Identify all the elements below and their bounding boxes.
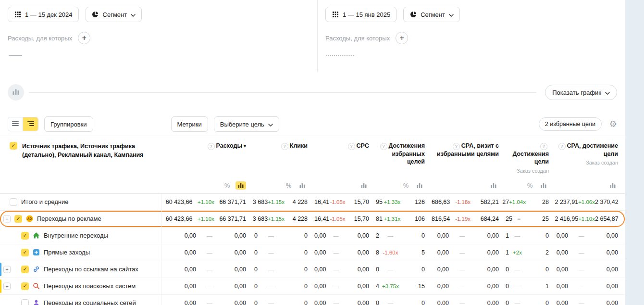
column-header-1[interactable]: ?Расходы ▾ <box>161 136 253 174</box>
percent-toggle[interactable]: % <box>224 182 230 189</box>
row-checkbox[interactable]: ✓ <box>21 249 29 256</box>
metric-cell: 0,00—0,00 <box>432 249 506 256</box>
tree-view-button[interactable] <box>23 117 38 131</box>
metric-cell: 0,00—0,00 <box>556 300 625 305</box>
percent-toggle[interactable]: % <box>527 182 533 189</box>
metric-cell: 0,00—0,00 <box>161 266 253 273</box>
select-all-checkbox[interactable]: ✓ <box>10 142 17 150</box>
change-badge: — <box>326 300 346 305</box>
calendar-grid-icon <box>14 11 21 18</box>
show-chart-button[interactable]: Показать график <box>545 85 617 100</box>
expand-button[interactable]: + <box>3 266 11 273</box>
bar-chart-toggle[interactable] <box>538 181 549 190</box>
metric-cell: 0,00—0,00 <box>314 249 376 256</box>
value-period-a: 0 <box>253 266 258 273</box>
metric-cell: 16,41-1.05x15,70 <box>314 199 376 205</box>
metric-cell: 1+2x2 <box>506 249 556 256</box>
column-header-3[interactable]: ?CPC <box>314 136 376 174</box>
gear-icon[interactable]: ⚙ <box>609 120 617 128</box>
hint-icon: ? <box>453 143 460 150</box>
expand-button[interactable]: + <box>3 215 11 222</box>
row-label[interactable]: Переходы по рекламе <box>37 215 101 222</box>
column-header-6[interactable]: ?Достижения целиЗаказ создан <box>506 136 556 174</box>
value-period-a: 0 <box>506 300 509 305</box>
column-header-2[interactable]: ?Клики <box>253 136 314 174</box>
change-badge: — <box>326 233 346 239</box>
value-period-b: 0 <box>285 249 308 256</box>
column-subtitle: Заказ создан <box>556 159 618 166</box>
segment-button-a[interactable]: Сегмент <box>86 7 142 22</box>
metric-cell: 0—0 <box>253 249 314 256</box>
goal-select-label: Выберите цель <box>220 121 264 128</box>
value-period-b: 0,00 <box>476 232 499 239</box>
row-label[interactable]: Внутренние переходы <box>44 232 108 239</box>
bar-chart-toggle[interactable] <box>488 181 499 190</box>
value-period-b: 15 <box>402 283 425 290</box>
social-icon <box>33 299 40 305</box>
value-period-b: 0,00 <box>476 249 499 256</box>
metric-cell: 816,54-1.19x684,24 <box>432 216 506 222</box>
bar-chart-toggle[interactable] <box>414 181 425 190</box>
value-period-a: 0 <box>376 300 379 305</box>
segment-button-b[interactable]: Сегмент <box>403 7 460 22</box>
change-badge: -1.05x <box>329 199 346 205</box>
table-row: ✓Прямые заходы0,00—0,000—00,00—0,008-1.6… <box>0 244 625 261</box>
metric-cell: 0,00—0,00 <box>432 283 506 290</box>
metric-cell: 60 423,66+1.10x66 371,71 <box>161 216 253 222</box>
hint-icon: ? <box>380 143 387 150</box>
row-label[interactable]: Итого и средние <box>21 198 68 205</box>
metric-cell: 0—0 <box>253 300 314 305</box>
row-checkbox[interactable] <box>10 198 17 206</box>
metrics-button[interactable]: Метрики <box>171 116 208 132</box>
change-badge: — <box>379 233 402 239</box>
goal-select-button[interactable]: Выберите цель <box>214 116 279 132</box>
value-period-a: 60 423,66 <box>161 216 192 222</box>
bar-chart-toggle[interactable] <box>607 181 618 190</box>
percent-toggle[interactable]: % <box>403 182 409 189</box>
row-checkbox[interactable]: ✓ <box>14 215 22 223</box>
favorite-goals-chip[interactable]: 2 избранные цели <box>539 117 602 131</box>
expense-filter-label-a: Расходы, для которых <box>8 35 72 42</box>
svg-text:AD: AD <box>27 217 32 221</box>
add-expense-filter-button-a[interactable]: + <box>78 32 90 44</box>
row-label[interactable]: Переходы из поисковых систем <box>44 282 136 290</box>
bar-chart-toggle[interactable] <box>297 181 308 190</box>
home-icon <box>33 232 40 239</box>
date-range-label-a: 1 — 15 дек 2024 <box>25 11 73 18</box>
column-header-label: CPA, визит с избранными целями <box>437 142 499 157</box>
view-toggle-group <box>8 117 38 131</box>
metric-cell: 0,00—0,00 <box>314 283 376 290</box>
dimension-header-label: Источник трафика, Источник трафика (дета… <box>22 142 157 159</box>
flat-list-view-button[interactable] <box>8 117 23 131</box>
row-checkbox[interactable]: ✓ <box>21 232 29 240</box>
change-badge: -1.05x <box>329 216 346 222</box>
bar-chart-toggle[interactable] <box>359 181 369 190</box>
percent-toggle[interactable]: % <box>286 182 291 189</box>
column-header-7[interactable]: ?CPA, достижение целиЗаказ создан <box>556 136 625 174</box>
row-label[interactable]: Прямые заходы <box>44 249 90 256</box>
date-range-button-b[interactable]: 1 — 15 янв 2025 <box>325 7 396 22</box>
table-row: +✓Переходы по ссылкам на сайтах0,00—0,00… <box>0 261 625 278</box>
value-period-a: 0,00 <box>161 283 196 290</box>
date-range-button-a[interactable]: 1 — 15 дек 2024 <box>8 7 79 22</box>
column-header-4[interactable]: ?Достижения избранных целей <box>376 136 432 174</box>
change-badge: — <box>196 283 223 289</box>
add-expense-filter-button-b[interactable]: + <box>396 32 408 44</box>
column-header-5[interactable]: ?CPA, визит с избранными целями <box>432 136 506 174</box>
row-checkbox[interactable]: ✓ <box>21 282 29 290</box>
row-checkbox[interactable]: ✓ <box>21 266 29 273</box>
sort-controls-row: %%%% <box>0 178 625 194</box>
metric-cell: 0—0 <box>376 300 432 305</box>
date-range-label-b: 1 — 15 янв 2025 <box>343 11 390 18</box>
change-badge: -1.19x <box>450 216 476 222</box>
bar-chart-toggle[interactable] <box>235 181 246 190</box>
expand-button[interactable]: + <box>3 282 11 290</box>
value-period-b: 0,00 <box>595 266 618 273</box>
row-label[interactable]: Переходы по ссылкам на сайтах <box>44 266 138 273</box>
dimension-cell: ✓Прямые заходы <box>0 244 161 261</box>
row-label[interactable]: Переходы из социальных сетей <box>44 299 136 305</box>
show-chart-label: Показать график <box>552 89 601 96</box>
chart-thumbnail-button[interactable] <box>8 84 24 101</box>
row-checkbox[interactable] <box>21 299 29 305</box>
groupings-button[interactable]: Группировки <box>44 116 93 132</box>
